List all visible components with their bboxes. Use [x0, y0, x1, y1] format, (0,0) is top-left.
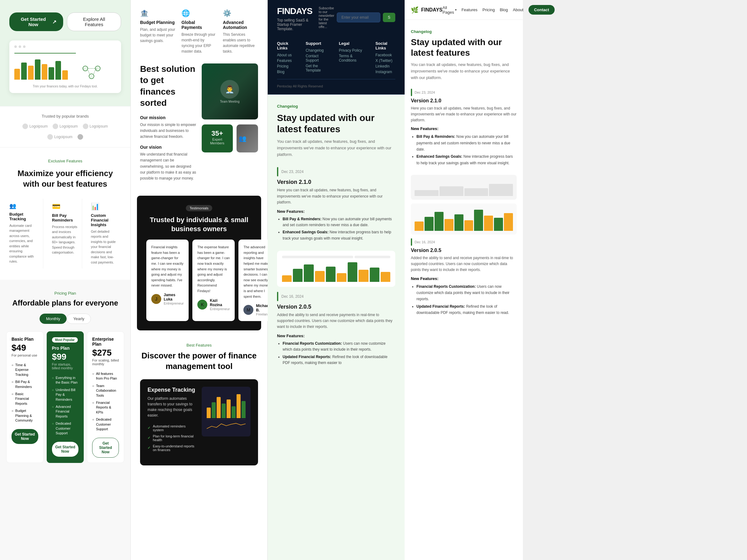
- pro-plan-features: Everything in the Basic Plan Unlimited B…: [52, 374, 79, 437]
- feature-icon-2: 💳: [52, 203, 78, 211]
- version-date-text-1: Dec 23, 2024: [281, 169, 304, 174]
- features-icons-row: 🏦 Budget Planning Plan, and adjust your …: [140, 9, 258, 54]
- link-features[interactable]: Features: [277, 58, 296, 63]
- svg-line-5: [88, 70, 90, 75]
- brand-icon-2: [53, 124, 58, 129]
- nav-about[interactable]: About: [513, 7, 523, 12]
- link-contact[interactable]: Contact Support: [306, 54, 330, 62]
- nav-blog[interactable]: Blog: [500, 7, 508, 12]
- col1: Get Started Now ↗ Explore All Features: [0, 0, 131, 560]
- bar8: [62, 70, 68, 80]
- col4-version-bar-1: [411, 89, 412, 96]
- col4-version-date-1: Dec 23, 2024: [411, 89, 517, 96]
- feat-title-2: Global Payments: [181, 20, 216, 30]
- col4-v1-f1: Bill Pay & Reminders: Now you can automa…: [416, 133, 517, 153]
- feature-name-1: Budget Tracking: [9, 212, 39, 221]
- feat-block-2: 🌐 Global Payments Breeze through your mo…: [181, 9, 216, 54]
- brand-name: FINDAYS: [421, 7, 443, 13]
- nav-features[interactable]: Features: [462, 7, 478, 12]
- pro-plan-cta[interactable]: Get Started Now: [52, 442, 79, 457]
- nav-all-pages[interactable]: All Pages ▾: [443, 5, 457, 15]
- billing-toggle: Monthly Yearly: [6, 314, 124, 324]
- features-title: Maximize your efficiency with our best f…: [9, 168, 121, 189]
- link-terms[interactable]: Terms & Conditions: [339, 54, 366, 62]
- pro-plan-period: For startups, billed monthly: [52, 363, 79, 370]
- link-facebook[interactable]: Facebook: [376, 53, 395, 57]
- testimonials-section: Testimonials Trusted by individuals & sm…: [137, 196, 261, 330]
- version-dot-1: [277, 167, 278, 177]
- col4-v1-f2: Enhanced Savings Goals: New interactive …: [416, 153, 517, 166]
- nav-pricing[interactable]: Pricing: [483, 7, 495, 12]
- brand-leaf-icon: 🌿: [411, 6, 419, 14]
- enterprise-plan-price: $275: [92, 348, 119, 358]
- changelog-section: Changelog Stay updated with our latest f…: [268, 95, 405, 560]
- stat-number: 35+: [207, 129, 228, 137]
- basic-plan-cta[interactable]: Get Started Now: [11, 429, 38, 444]
- link-blog[interactable]: Blog: [277, 70, 296, 74]
- col4-version-date-2: Dec 16, 2024: [411, 238, 517, 246]
- link-about[interactable]: About us: [277, 53, 296, 57]
- link-linkedin[interactable]: LinkedIn: [376, 64, 395, 69]
- solution-title: Best solution to get finances sorted: [140, 63, 197, 109]
- footer-quick-links: Quick Links About us Features Pricing Bl…: [277, 41, 296, 74]
- newsletter-email-input[interactable]: [337, 12, 380, 22]
- hero-section: Get Started Now ↗ Explore All Features: [0, 0, 130, 106]
- solution-text: Best solution to get finances sorted Our…: [140, 63, 197, 186]
- best-features-tag: Best Features: [140, 343, 258, 348]
- col4-v2-f2: Updated Financial Reports: Refined the l…: [416, 303, 517, 316]
- bar1: [14, 69, 20, 80]
- footer-support: Support Changelog Contact Support Get th…: [306, 41, 330, 74]
- version-desc-1: Here you can track all updates, new feat…: [277, 187, 395, 205]
- feat-desc-1: Plan, and adjust your budget to meet you…: [140, 27, 175, 44]
- brand-icon-3: [83, 124, 88, 129]
- footer-copyright: Pentoclay All Rights Reserved: [277, 84, 395, 88]
- link-twitter[interactable]: X (Twitter): [376, 58, 395, 63]
- version-date-1: Dec 23, 2024: [277, 167, 395, 177]
- footer-nav: FINDAYS Top selling SaaS & Startup Frame…: [268, 0, 405, 95]
- get-started-button[interactable]: Get Started Now ↗: [9, 12, 63, 31]
- line-chart: [207, 421, 246, 431]
- feature-icon-1: 👥: [9, 203, 39, 209]
- version-date-2: Dec 16, 2024: [277, 292, 395, 301]
- col4-brand: 🌿 FINDAYS: [411, 6, 443, 14]
- col4-version-desc-2: Added the ability to send and receive pa…: [411, 255, 517, 273]
- dashboard-topbar: [14, 46, 116, 48]
- svg-line-4: [93, 70, 95, 75]
- stats-row: 35+ Expert Members 👥: [202, 125, 258, 153]
- col4-version-date-text-1: Dec 23, 2024: [415, 90, 435, 94]
- feature-desc-2: Process receipts and invoices automatica…: [52, 224, 78, 255]
- link-changelog[interactable]: Changelog: [306, 48, 330, 53]
- link-privacy[interactable]: Privacy Policy: [339, 48, 366, 53]
- link-pricing[interactable]: Pricing: [277, 64, 296, 69]
- version-dot-2: [277, 292, 278, 301]
- explore-features-button[interactable]: Explore All Features: [67, 12, 121, 31]
- expense-feature-3: Easy-to-understand reports on finances: [148, 443, 197, 453]
- yearly-toggle[interactable]: Yearly: [67, 314, 91, 324]
- col4-version-date-text-2: Dec 16, 2024: [415, 240, 435, 244]
- feat-desc-2: Breeze through your month-end by syncing…: [181, 32, 216, 54]
- monthly-toggle[interactable]: Monthly: [40, 314, 67, 324]
- enterprise-feature-1: All features from Pro Plan: [92, 370, 119, 382]
- col4-changelog-label: Changelog: [411, 29, 517, 34]
- vision-title: Our vision: [140, 145, 197, 150]
- chart-preview-bars: [282, 260, 390, 282]
- link-instagram[interactable]: Instagram: [376, 70, 395, 74]
- brands-section: Trusted by popular brands Logoipsum Logo…: [0, 106, 130, 148]
- pro-plan-name: Pro Plan: [52, 346, 79, 351]
- newsletter-submit[interactable]: S: [383, 13, 395, 22]
- version-new-features-2: New Features:: [277, 334, 395, 338]
- expense-features: Automated reminders system Plan for long…: [148, 423, 197, 453]
- mini-chart-preview: [277, 251, 395, 287]
- bar3: [28, 65, 34, 80]
- stat-card: 35+ Expert Members: [202, 125, 233, 153]
- contact-button[interactable]: Contact: [529, 5, 555, 15]
- link-template[interactable]: Get the Template: [306, 64, 330, 73]
- version-title-1: Version 2.1.0: [277, 179, 395, 185]
- col4-changelog-title: Stay updated with our latest features: [411, 37, 517, 58]
- col4-navbar: 🌿 FINDAYS All Pages ▾ Features Pricing B…: [405, 0, 523, 20]
- enterprise-plan-cta[interactable]: Get Started Now: [92, 438, 119, 458]
- test-author-2: K Kazi Rozina Entrepreneur: [197, 298, 230, 311]
- feature-name-3: Custom Financial Insights: [91, 213, 117, 227]
- changelog-subtitle: You can track all updates, new features,…: [277, 138, 395, 158]
- col4-version-title-1: Version 2.1.0: [411, 98, 517, 104]
